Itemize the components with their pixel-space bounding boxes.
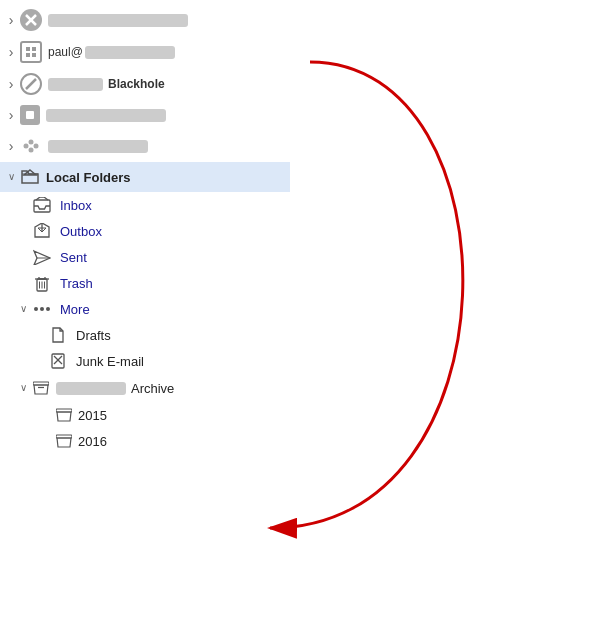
local-folders-chevron [4, 170, 18, 184]
outbox-folder[interactable]: Outbox [0, 218, 290, 244]
svg-rect-5 [32, 53, 36, 57]
svg-point-26 [46, 307, 50, 311]
archive-chevron [16, 381, 30, 395]
chevron-icon-1 [4, 13, 18, 27]
account-label-4 [46, 109, 166, 122]
year-2015-label: 2015 [78, 408, 107, 423]
svg-point-11 [29, 140, 34, 145]
outbox-label: Outbox [60, 224, 102, 239]
svg-point-25 [40, 307, 44, 311]
svg-rect-30 [33, 382, 49, 385]
account-icon-4 [20, 105, 40, 125]
chevron-icon-2 [4, 45, 18, 59]
more-label: More [60, 302, 90, 317]
account-item-2[interactable]: paul@ [0, 36, 290, 68]
account-icon-3 [20, 73, 42, 95]
svg-rect-7 [26, 111, 34, 119]
svg-line-6 [26, 79, 36, 89]
archive-2015[interactable]: 2015 [0, 402, 290, 428]
more-section-header[interactable]: More [0, 296, 290, 322]
trash-label: Trash [60, 276, 93, 291]
archive-label-blurred [56, 382, 126, 395]
chevron-icon-5 [4, 139, 18, 153]
chevron-icon-3 [4, 77, 18, 91]
svg-rect-2 [26, 47, 30, 51]
drafts-folder[interactable]: Drafts [0, 322, 290, 348]
year-2015-icon [56, 408, 72, 422]
local-folders-header[interactable]: Local Folders [0, 162, 290, 192]
more-section-icon [32, 300, 52, 318]
sent-icon [32, 248, 52, 266]
junk-label: Junk E-mail [76, 354, 144, 369]
trash-folder[interactable]: Trash [0, 270, 290, 296]
account-label-2-rest [85, 46, 175, 59]
trash-icon [32, 274, 52, 292]
account-item-3[interactable]: Blackhole [0, 68, 290, 100]
chevron-icon-4 [4, 108, 18, 122]
archive-2016[interactable]: 2016 [0, 428, 290, 454]
year-2016-label: 2016 [78, 434, 107, 449]
account-icon-1 [20, 9, 42, 31]
sent-label: Sent [60, 250, 87, 265]
local-folders-label: Local Folders [46, 170, 131, 185]
svg-rect-33 [56, 435, 72, 438]
inbox-label: Inbox [60, 198, 92, 213]
year-2016-icon [56, 434, 72, 448]
svg-rect-3 [32, 47, 36, 51]
account-blackhole-label: Blackhole [108, 77, 165, 91]
junk-icon [48, 352, 68, 370]
drafts-label: Drafts [76, 328, 111, 343]
account-label-2: paul@ [48, 45, 83, 59]
archive-folder[interactable]: Archive [0, 374, 290, 402]
account-item-1[interactable] [0, 4, 290, 36]
svg-rect-27 [52, 354, 64, 368]
junk-folder[interactable]: Junk E-mail [0, 348, 290, 374]
account-label-5 [48, 140, 148, 153]
svg-rect-4 [26, 53, 30, 57]
archive-folder-icon [32, 380, 50, 396]
more-chevron [16, 302, 30, 316]
account-label-3-pre [48, 78, 103, 91]
account-label-1 [48, 14, 188, 27]
outbox-icon [32, 222, 52, 240]
local-folders-icon [20, 167, 40, 187]
account-icon-2 [20, 41, 42, 63]
svg-rect-32 [56, 409, 72, 412]
inbox-icon [32, 196, 52, 214]
account-item-4[interactable] [0, 100, 290, 130]
drafts-icon [48, 326, 68, 344]
inbox-folder[interactable]: Inbox [0, 192, 290, 218]
account-item-5[interactable] [0, 130, 290, 162]
svg-point-10 [34, 144, 39, 149]
svg-point-24 [34, 307, 38, 311]
svg-point-9 [29, 148, 34, 153]
svg-point-8 [24, 144, 29, 149]
archive-label-text: Archive [131, 381, 174, 396]
sent-folder[interactable]: Sent [0, 244, 290, 270]
account-icon-5 [20, 135, 42, 157]
